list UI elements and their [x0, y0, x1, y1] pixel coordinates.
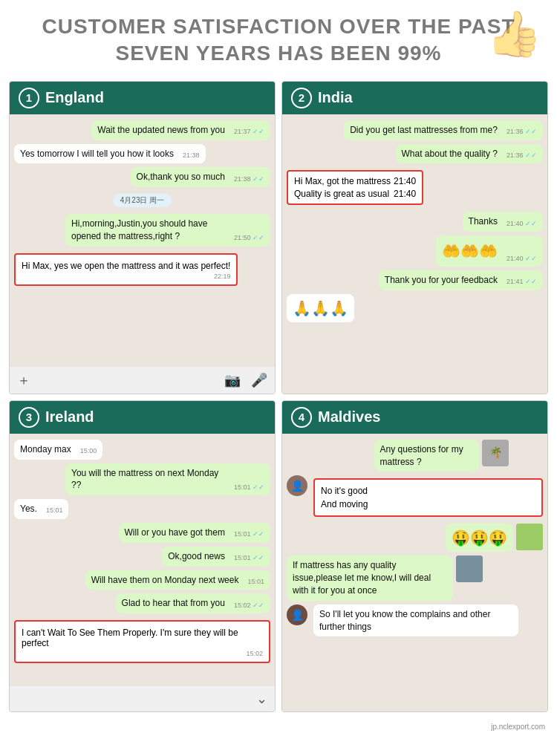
- panel-number-4: 4: [291, 407, 312, 428]
- plus-icon[interactable]: ＋: [17, 371, 30, 389]
- msg-1-3: Ok,thank you so much 21:38 ✓✓: [14, 167, 270, 187]
- msg-2-2: What about the quality ? 21:36 ✓✓: [287, 144, 543, 164]
- chat-input-bar-ireland[interactable]: ⌄: [10, 686, 275, 711]
- msg-3-4: Will or you have got them 15:01 ✓✓: [14, 523, 270, 543]
- msg-3-5: Ok,good news 15:01 ✓✓: [14, 547, 270, 567]
- panel-maldives: 4 Maldives Any questions for my mattress…: [281, 400, 548, 712]
- chat-grid: 1 England Wait the updated news from you…: [0, 78, 557, 721]
- svg-rect-2: [516, 524, 543, 550]
- country-label-ireland: Ireland: [45, 408, 94, 426]
- msg-3-6: Will have them on Monday next week 15:01: [14, 570, 270, 590]
- country-label-india: India: [318, 89, 353, 106]
- chevron-down-icon[interactable]: ⌄: [256, 691, 267, 707]
- panel-header-maldives: 4 Maldives: [282, 401, 547, 434]
- panel-ireland: 3 Ireland Monday max 15:00 You will the …: [9, 400, 276, 712]
- panel-number-2: 2: [291, 88, 312, 108]
- msg-2-highlight: Hi Max, got the mattress 21:40 Quality i…: [287, 167, 543, 208]
- svg-rect-3: [456, 555, 483, 582]
- msg-2-thanks: Thanks 21:40 ✓✓: [287, 212, 543, 232]
- panel-india: 2 India Did you get last mattresses from…: [281, 81, 548, 394]
- panel-header-ireland: 3 Ireland: [10, 401, 275, 434]
- msg-3-3: Yes. 15:01: [14, 499, 270, 519]
- avatar-1: 👤: [287, 475, 307, 496]
- header: 👍 CUSTOMER SATISFACTION OVER THE PAST SE…: [0, 0, 557, 78]
- chat-body-england: Wait the updated news from you 21:37 ✓✓ …: [10, 114, 275, 367]
- camera-icon[interactable]: 📷: [224, 372, 241, 388]
- chat-input-bar-england[interactable]: ＋ 📷 🎤: [10, 367, 275, 394]
- msg-2-pray: 🙏🙏🙏: [287, 294, 543, 322]
- panel-number-1: 1: [19, 88, 39, 108]
- msg-1-highlight: Hi Max, yes we open the mattress and it …: [14, 250, 270, 289]
- panel-header-india: 2 India: [282, 82, 547, 114]
- msg-1-2: Yes tomorrow I will tell you how it look…: [14, 144, 270, 164]
- msg-4-highlight: 👤 No it's good And moving: [287, 475, 543, 520]
- chat-body-maldives: Any questions for my mattress ? 🌴 👤 No i…: [282, 434, 547, 711]
- msg-4-emoji: 🤑🤑🤑: [287, 524, 543, 552]
- msg-4-quality: If mattress has any quality issue,please…: [287, 555, 543, 600]
- panel-header-england: 1 England: [10, 82, 275, 114]
- msg-2-emoji: 🤲🤲🤲 21:40 ✓✓: [287, 235, 543, 267]
- msg-1-date: 4月23日 周一: [14, 191, 270, 210]
- watermark: jp.nclexport.com: [0, 721, 557, 735]
- msg-2-1: Did you get last mattresses from me? 21:…: [287, 120, 543, 140]
- panel-number-3: 3: [19, 407, 39, 428]
- chat-body-ireland: Monday max 15:00 You will the mattress o…: [10, 434, 275, 686]
- msg-3-2: You will the mattress on next Monday ?? …: [14, 463, 270, 496]
- panel-england: 1 England Wait the updated news from you…: [9, 81, 276, 394]
- svg-text:🌴: 🌴: [489, 446, 502, 459]
- msg-2-feedback: Thank you for your feedback 21:41 ✓✓: [287, 270, 543, 290]
- mic-icon[interactable]: 🎤: [251, 372, 267, 388]
- msg-3-highlight: I can't Wait To See Them Properly. I'm s…: [14, 617, 270, 666]
- msg-1-1: Wait the updated news from you 21:37 ✓✓: [14, 120, 270, 140]
- country-label-maldives: Maldives: [318, 408, 380, 426]
- headline: CUSTOMER SATISFACTION OVER THE PAST SEVE…: [22, 13, 535, 68]
- avatar-2: 👤: [287, 605, 307, 625]
- msg-4-last: 👤 So I'll let you know the complains and…: [287, 605, 543, 637]
- msg-3-1: Monday max 15:00: [14, 440, 270, 460]
- msg-3-7: Glad to hear that from you 15:02 ✓✓: [14, 593, 270, 613]
- country-label-england: England: [45, 89, 104, 106]
- chat-body-india: Did you get last mattresses from me? 21:…: [282, 114, 547, 394]
- msg-4-1: Any questions for my mattress ? 🌴: [287, 440, 543, 472]
- msg-1-5: Hi,morning,Justin,you should have opened…: [14, 214, 270, 247]
- thumbs-up-icon: 👍: [486, 7, 542, 60]
